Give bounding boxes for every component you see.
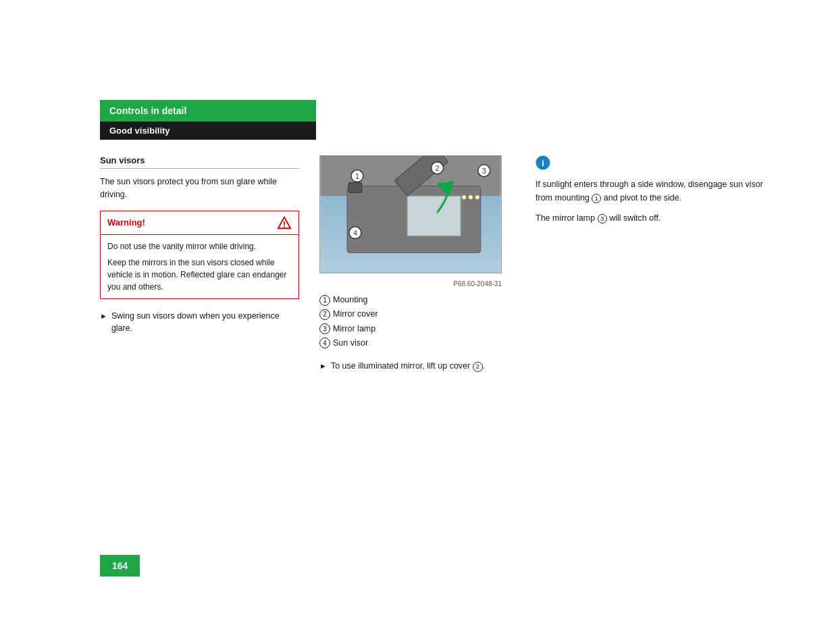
svg-text:2: 2	[436, 164, 440, 172]
label-text-3: Mirror lamp	[333, 322, 375, 336]
svg-point-2	[284, 226, 285, 227]
swing-instruction: ► Swing sun visors down when you experie…	[100, 310, 299, 336]
right-column: i If sunlight enters through a side wind…	[522, 155, 766, 232]
diagram-container: 1 2 3 4	[319, 155, 502, 273]
good-visibility-header: Good visibility	[100, 122, 316, 140]
svg-point-17	[475, 195, 479, 199]
warning-triangle-icon	[277, 215, 292, 230]
illuminated-mirror-text: To use illuminated mirror, lift up cover…	[331, 360, 485, 373]
swing-instruction-text: Swing sun visors down when you experienc…	[111, 310, 299, 336]
bullet-arrow-2-icon: ►	[319, 360, 327, 372]
header-section: Controls in detail Good visibility	[100, 100, 316, 140]
svg-text:4: 4	[353, 229, 357, 237]
label-text-4: Sun visor	[333, 336, 368, 350]
label-item-4: 4 Sun visor	[319, 336, 502, 350]
label-text-1: Mounting	[333, 293, 367, 307]
label-item-3: 3 Mirror lamp	[319, 322, 502, 336]
content-area: Sun visors The sun visors protect you fr…	[100, 155, 766, 373]
svg-text:i: i	[542, 158, 544, 168]
section-description: The sun visors protect you from sun glar…	[100, 176, 299, 201]
svg-point-16	[469, 195, 473, 199]
controls-header: Controls in detail	[100, 100, 316, 122]
svg-rect-8	[348, 183, 362, 193]
info-paragraph-1: If sunlight enters through a side window…	[536, 178, 766, 205]
warning-box: Warning! Do not use the vanity mirror wh…	[100, 211, 299, 299]
info-text: If sunlight enters through a side window…	[536, 178, 766, 225]
svg-point-15	[462, 195, 466, 199]
circle-1: 1	[319, 295, 330, 306]
middle-column: 1 2 3 4 P68.60-2048-31	[319, 155, 502, 373]
warning-line-1: Do not use the vanity mirror while drivi…	[107, 240, 292, 252]
svg-rect-6	[407, 196, 461, 236]
circle-4: 4	[319, 338, 330, 348]
controls-label: Controls in detail	[109, 105, 186, 116]
label-text-2: Mirror cover	[333, 307, 378, 321]
image-caption: P68.60-2048-31	[319, 280, 502, 288]
info-paragraph-2: The mirror lamp 3 will switch off.	[536, 211, 766, 225]
illuminated-mirror-instruction: ► To use illuminated mirror, lift up cov…	[319, 360, 502, 373]
label-item-1: 1 Mounting	[319, 293, 502, 307]
label-item-2: 2 Mirror cover	[319, 307, 502, 321]
warning-content: Do not use the vanity mirror while drivi…	[101, 235, 298, 298]
warning-line-2: Keep the mirrors in the sun visors close…	[107, 257, 292, 293]
circle-3: 3	[319, 323, 330, 334]
page-number: 164	[100, 555, 140, 576]
svg-text:3: 3	[482, 167, 486, 175]
warning-title: Warning!	[107, 217, 145, 227]
section-title: Sun visors	[100, 155, 299, 169]
warning-header: Warning!	[101, 211, 298, 235]
bullet-arrow-icon: ►	[100, 311, 107, 322]
left-column: Sun visors The sun visors protect you fr…	[100, 155, 299, 335]
section-label: Good visibility	[109, 126, 170, 136]
info-box: i If sunlight enters through a side wind…	[536, 155, 766, 225]
label-list: 1 Mounting 2 Mirror cover 3 Mirror lamp …	[319, 293, 502, 350]
circle-2: 2	[319, 309, 330, 320]
info-circle-icon: i	[536, 155, 550, 170]
svg-text:1: 1	[355, 172, 359, 180]
page-container: Controls in detail Good visibility Sun v…	[0, 0, 834, 644]
sun-visor-diagram: 1 2 3 4	[320, 156, 501, 273]
